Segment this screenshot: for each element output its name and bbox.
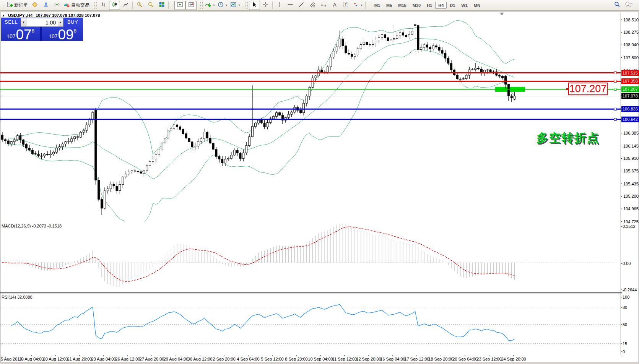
candlestick-chart-icon [112,2,118,9]
svg-text:106.385: 106.385 [623,131,639,135]
market-watch-button[interactable] [29,1,40,10]
svg-text:T: T [345,3,347,7]
search-icon[interactable] [614,1,621,9]
timeframe-W1[interactable]: W1 [458,2,471,9]
svg-text:17 Sep 12:00: 17 Sep 12:00 [404,357,429,361]
dropdown-caret-icon: ▼ [213,4,215,6]
chart-shift-icon [188,2,194,9]
templates-button[interactable]: ▼ [229,1,242,10]
timeframe-D1[interactable]: D1 [447,2,458,9]
trendline-tool-button[interactable] [296,1,307,10]
new-order-button[interactable]: 新订单 [5,1,29,10]
autotrading-button[interactable]: 自动交易 [62,1,91,10]
zoom-out-button[interactable] [145,1,156,10]
candlestick-chart-button[interactable] [109,1,120,10]
vertical-line-tool-button[interactable] [274,1,285,10]
timeframe-H4[interactable]: H4 [435,2,447,9]
crosshair-tool-button[interactable] [260,1,271,10]
volume-stepper: ▼ ▲ [21,18,63,27]
chart-ohlc-values: 107.067 107.078 107.028 107.078 [36,13,100,18]
sell-price-prefix: 107 [7,33,15,39]
autotrading-label: 自动交易 [71,2,89,8]
volume-increase-button[interactable]: ▲ [58,18,63,27]
svg-text:12 Sep 20:00: 12 Sep 20:00 [356,357,381,361]
svg-text:23 Aug 04:00: 23 Aug 04:00 [91,357,116,361]
vertical-line-icon [276,2,282,9]
buy-label[interactable]: BUY [63,19,82,26]
chart-shift-button[interactable] [185,1,197,10]
equidistant-channel-tool-button[interactable]: E [307,1,318,10]
svg-text:108.040: 108.040 [623,42,639,47]
buy-price[interactable]: 107 09 8 [42,27,83,41]
svg-text:107.207: 107.207 [623,87,638,91]
svg-text:107.800: 107.800 [623,55,639,60]
svg-text:E: E [314,5,315,7]
buy-price-sup: 8 [74,28,76,34]
svg-text:0: 0 [623,349,625,354]
bar-chart-button[interactable] [98,1,109,10]
timeframe-group: M1M5M15M30H1H4D1W1MN [371,2,483,9]
chart-header: ▲ USDJPY-,H4 107.067 107.078 107.028 107… [2,13,100,18]
annotation-text[interactable]: 多空转折点多空转折点 [537,131,601,146]
level-price-label: 107.515 [621,70,639,76]
toolbar-grip[interactable] [246,2,248,9]
indicators-button[interactable]: ▼ [204,1,216,10]
new-order-icon [7,2,13,9]
dropdown-caret-icon: ▼ [238,4,241,6]
cursor-tool-button[interactable] [249,1,260,10]
auto-scroll-button[interactable] [174,1,185,10]
svg-text:108.510: 108.510 [623,18,639,22]
svg-text:107.078: 107.078 [623,94,638,98]
sell-label[interactable]: SELL [2,19,20,26]
toolbar-grip[interactable] [94,2,97,9]
svg-text:10 Sep 04:00: 10 Sep 04:00 [308,357,333,361]
line-chart-icon [123,2,129,9]
svg-text:F: F [325,5,326,7]
horizontal-line-tool-button[interactable] [285,1,296,10]
svg-text:106.835: 106.835 [623,107,638,111]
autotrading-icon [63,2,70,9]
zoom-in-button[interactable] [134,1,145,10]
volume-input[interactable] [26,18,58,27]
line-chart-button[interactable] [120,1,131,10]
svg-text:80: 80 [623,305,627,310]
timeframe-M15[interactable]: M15 [395,2,409,9]
toolbar-grip[interactable] [368,2,370,9]
volume-decrease-button[interactable]: ▼ [21,18,26,27]
periods-button[interactable]: ▼ [216,1,229,10]
buy-price-prefix: 107 [49,33,57,39]
fibonacci-tool-button[interactable]: F [318,1,329,10]
svg-text:107.207: 107.207 [569,83,607,94]
tile-windows-button[interactable] [156,1,167,10]
sell-price[interactable]: 107 07 8 [1,27,40,41]
svg-text:20 Sep 04:00: 20 Sep 04:00 [452,357,477,361]
text-label-tool-button[interactable]: T [340,1,351,10]
timeframe-MN[interactable]: MN [471,2,483,9]
text-tool-button[interactable]: A [329,1,340,10]
dropdown-caret-icon: ▼ [360,4,363,6]
timeframe-M1[interactable]: M1 [371,2,383,9]
collapse-panel-icon[interactable]: ▲ [2,14,5,17]
chat-icon[interactable] [624,1,633,9]
svg-text:100: 100 [623,295,629,299]
svg-text:MACD(12,26,9) -0.2073 -0.1518: MACD(12,26,9) -0.2073 -0.1518 [2,224,62,228]
signals-button[interactable] [51,1,62,10]
toolbar-grip[interactable] [200,2,203,9]
cursor-icon [251,2,257,9]
horizontal-line-icon [287,2,293,9]
svg-text:106.145: 106.145 [623,144,639,148]
timeframe-M30[interactable]: M30 [410,2,424,9]
timeframe-H1[interactable]: H1 [424,2,435,9]
timeframe-M5[interactable]: M5 [383,2,395,9]
svg-text:26 Aug 12:00: 26 Aug 12:00 [115,357,140,361]
buy-price-big: 09 [58,29,73,41]
price-callout[interactable]: 107.207 [566,83,607,95]
chart-title: USDJPY-,H4 [8,13,33,18]
terminal-button[interactable] [40,1,51,10]
arrows-tool-button[interactable]: ▼ [351,1,364,10]
bid-price-label: 107.078 [621,93,639,99]
toolbar-grip[interactable] [171,2,173,9]
dropdown-caret-icon: ▼ [225,4,228,6]
toolbar-grip[interactable] [2,2,4,9]
svg-text:27 Aug 20:00: 27 Aug 20:00 [140,357,164,361]
